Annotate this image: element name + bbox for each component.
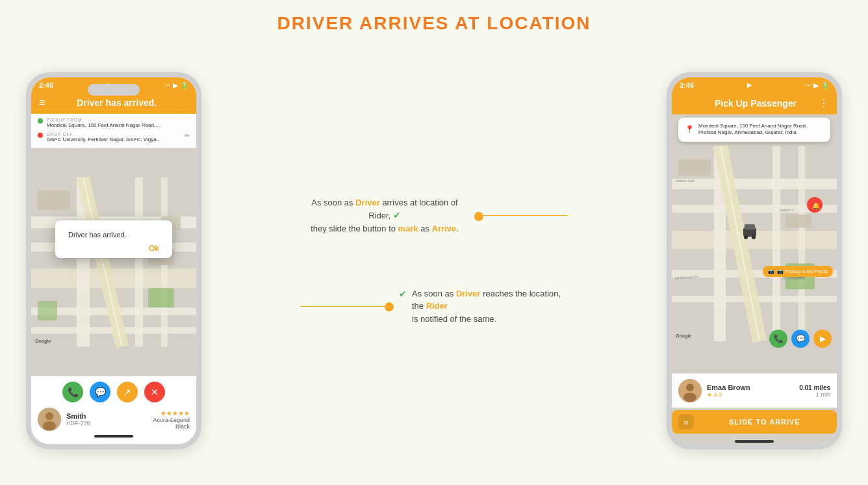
right-header-title: Pick Up Passenger <box>715 98 797 109</box>
right-address-box: 📍 Mondeal Square, 100 Feet Anand Nagar R… <box>678 118 830 142</box>
driver-arrived-dialog: Driver has arrived. Ok <box>55 220 172 258</box>
rider-details: Emaa Brown ★ 4.9 <box>707 384 794 398</box>
dropoff-dot <box>38 133 43 138</box>
action-buttons: 📞 💬 ↗ ✕ <box>38 382 190 402</box>
left-status-bar: 2:46 ▶ ··· ▶ 🔋 <box>31 77 196 92</box>
dialog-ok-button[interactable]: Ok <box>68 244 159 253</box>
left-map-svg: Google <box>31 148 196 376</box>
driver-car-info: ★★★★★ Acura-Legend Black <box>153 410 190 430</box>
right-address: Mondeal Square, 100 Feet Anand Nagar Roa… <box>698 123 824 137</box>
rider-name: Emaa Brown <box>707 384 794 391</box>
top-text-part2: arrives at location of Rider, <box>368 198 458 221</box>
bottom-annotation-dot <box>385 302 394 311</box>
driver-car-color: Black <box>153 423 190 430</box>
right-call-buttons: 📞 💬 ▶ <box>769 330 832 348</box>
right-app-header: Pick Up Passenger ⋮ <box>672 92 837 114</box>
left-phone: 2:46 ▶ ··· ▶ 🔋 ≡ Driver has arrived. <box>26 72 201 449</box>
right-status-icons: ··· ▶ 🔋 <box>806 82 829 89</box>
top-text-part5: . <box>456 224 459 233</box>
cancel-button[interactable]: ✕ <box>144 382 165 402</box>
svg-rect-30 <box>798 146 805 341</box>
slide-arrows-icon: » <box>678 414 694 430</box>
share-button[interactable]: ↗ <box>117 382 138 402</box>
top-highlight3: Arrive <box>432 224 457 233</box>
menu-icon[interactable]: ≡ <box>39 97 45 109</box>
svg-point-39 <box>744 235 748 239</box>
bottom-highlight2: Rider <box>426 301 448 311</box>
right-call-btn[interactable]: 📞 <box>769 330 787 348</box>
rider-row: Emaa Brown ★ 4.9 0.01 miles 1 min <box>678 379 830 402</box>
right-navigate-btn[interactable]: ▶ <box>813 330 832 348</box>
page-title: DRIVER ARRIVES AT LOCATION <box>277 13 591 34</box>
bottom-highlight1: Driver <box>456 289 481 298</box>
svg-point-20 <box>45 412 53 420</box>
svg-text:Google: Google <box>35 339 51 344</box>
driver-rating: ★★★★★ <box>153 410 190 417</box>
call-button[interactable]: 📞 <box>62 382 83 402</box>
top-text-part1: As soon as <box>311 198 355 207</box>
dialog-text: Driver has arrived. <box>68 231 159 239</box>
rider-rating: ★ 4.9 <box>707 391 794 398</box>
check-icon: ✔ <box>393 210 401 220</box>
right-home-indicator <box>735 440 774 443</box>
driver-car-model: Acura-Legend <box>153 417 190 423</box>
left-time: 2:46 <box>39 81 53 89</box>
driver-id: HDF-739 <box>66 420 147 426</box>
svg-point-49 <box>686 384 694 391</box>
svg-rect-11 <box>148 288 174 308</box>
driver-details: Smith HDF-739 <box>66 412 147 426</box>
left-status-icons: ··· ▶ 🔋 <box>165 82 188 89</box>
left-map-area: Google Driver has arrived. Ok <box>31 148 196 376</box>
pickup-label: PICKUP FROM <box>47 118 160 122</box>
pickup-area-label: 📷 Pickup Area Photo <box>777 269 828 274</box>
right-status-bar: 2:46 ▶ ··· ▶ 🔋 <box>672 77 837 92</box>
bottom-text-part1: As soon as <box>412 289 456 298</box>
driver-info: Smith HDF-739 ★★★★★ Acura-Legend Black <box>38 408 190 431</box>
left-route-info: PICKUP FROM Mondeal Square, 100 Feet Ana… <box>31 114 196 148</box>
pickup-area-photo-btn[interactable]: 📷 📷 Pickup Area Photo <box>763 266 833 277</box>
top-highlight2: mark <box>398 224 418 233</box>
right-message-btn[interactable]: 💬 <box>791 330 810 348</box>
svg-point-21 <box>43 421 56 430</box>
driver-avatar <box>38 408 61 431</box>
svg-rect-38 <box>745 224 755 229</box>
bottom-annotation-text: As soon as Driver reaches the location, … <box>412 287 568 326</box>
right-time: 2:46 <box>680 81 694 89</box>
right-more-icon[interactable]: ⋮ <box>819 97 829 109</box>
rider-avatar <box>678 379 702 402</box>
top-annotation-text: As soon as Driver arrives at location of… <box>300 196 469 235</box>
left-app-header: ≡ Driver has arrived. <box>31 92 196 114</box>
top-annotation-dot <box>474 212 483 221</box>
top-highlight1: Driver <box>355 198 380 207</box>
svg-rect-13 <box>38 190 70 210</box>
svg-rect-29 <box>772 146 780 341</box>
svg-rect-35 <box>678 159 711 176</box>
svg-text:🔔: 🔔 <box>812 202 821 210</box>
rider-time: 1 min <box>799 391 830 398</box>
pickup-address: Mondeal Square, 100 Feet Anand Nagar Roa… <box>47 122 160 129</box>
svg-text:Jodhpur C: Jodhpur C <box>779 208 794 212</box>
rider-info-bar: Emaa Brown ★ 4.9 0.01 miles 1 min <box>672 373 837 408</box>
svg-point-50 <box>683 393 696 402</box>
camera-icon: 📷 <box>768 269 774 274</box>
pickup-dot <box>38 118 43 124</box>
svg-rect-12 <box>38 301 57 321</box>
driver-name: Smith <box>66 412 147 420</box>
top-text-part4: as <box>418 224 432 233</box>
svg-text:Jodhpur Gam: Jodhpur Gam <box>675 179 695 183</box>
annotation-area: As soon as Driver arrives at location of… <box>201 183 667 339</box>
left-bottom-bar: 📞 💬 ↗ ✕ Smith HDF-739 <box>31 376 196 444</box>
bottom-check-icon: ✔ <box>399 289 407 299</box>
rider-distance-info: 0.01 miles 1 min <box>799 384 830 398</box>
slide-to-arrive-label: SLIDE TO ARRIVE <box>699 418 830 426</box>
svg-rect-7 <box>135 177 143 347</box>
rider-distance: 0.01 miles <box>799 384 830 391</box>
svg-rect-23 <box>672 179 837 189</box>
left-home-indicator <box>94 435 133 438</box>
left-header-title: Driver has arrived. <box>77 98 157 108</box>
bottom-text-part3: is notified of the same. <box>412 314 496 324</box>
message-button[interactable]: 💬 <box>90 382 110 402</box>
content-area: 2:46 ▶ ··· ▶ 🔋 ≡ Driver has arrived. <box>26 49 842 472</box>
slide-to-arrive-bar[interactable]: » SLIDE TO ARRIVE <box>672 410 837 434</box>
location-icon: 📍 <box>685 125 695 134</box>
